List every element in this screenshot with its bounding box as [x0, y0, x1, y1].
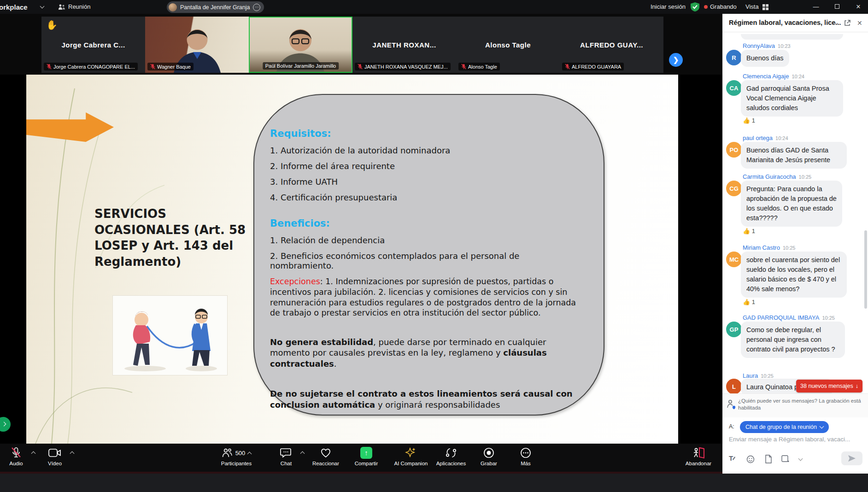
chat-message-input[interactable] [729, 436, 860, 443]
leave-button[interactable]: Abandonar [678, 446, 719, 471]
windows-taskbar: 2 24°C Nublado Búsqueda T W W W zm 10:53 [0, 474, 868, 492]
chat-button[interactable]: Chat [270, 446, 302, 471]
react-label: Reaccionar [305, 461, 346, 466]
shield-check-icon [691, 2, 699, 12]
participant-tile[interactable]: Alonso Tagle Alonso Tagle [456, 17, 560, 73]
message-bubble: Pregunta: Para cuando la aprobación de l… [741, 181, 842, 227]
new-messages-button[interactable]: 38 nuevos mensajes↓ [796, 380, 862, 392]
active-speaker-tile[interactable]: Paúl Bolívar Jaramillo Jaramillo [249, 17, 352, 73]
grid-view-icon[interactable] [762, 4, 768, 10]
video-button[interactable]: Vídeo [40, 446, 70, 471]
view-button[interactable]: Vista [745, 3, 759, 10]
more-label: Más [510, 461, 542, 466]
participant-tile[interactable]: JANETH ROXAN... JANETH ROXANA VASQUEZ ME… [352, 17, 456, 73]
chat-header: Régimen laboral, vacaciones, lice... ⋯ ✕ [722, 14, 868, 32]
message-bubble: Buenos días [741, 50, 789, 67]
chat-more-icon[interactable]: ⋯ [832, 19, 839, 27]
screen-share-pill[interactable]: Pantalla de Jennifer Granja ⋯ [167, 1, 264, 13]
bold-text: No genera estabilidad [270, 337, 373, 347]
message-bubble: sobre el cuarenta por siento del sueldo … [741, 252, 847, 298]
reaction-chip[interactable]: 👍 1 [743, 228, 755, 234]
pop-out-icon[interactable] [844, 20, 850, 26]
message-bubble: Buenos días GAD de Santa Marianita de Je… [741, 142, 847, 169]
minimize-button[interactable]: — [807, 0, 825, 14]
avatar: L [726, 379, 742, 394]
mic-off-icon [461, 64, 466, 70]
send-button[interactable] [841, 451, 862, 465]
tab-meeting[interactable]: Reunión [68, 3, 90, 10]
plain-text: . [334, 359, 337, 369]
avatar [169, 3, 177, 12]
record-button[interactable]: Grabar [473, 446, 505, 471]
leave-label: Abandonar [678, 461, 719, 466]
reaction-chip[interactable]: 👍 1 [743, 117, 755, 124]
audio-options-chevron[interactable] [31, 451, 36, 456]
thumbs-up-icon: 👍 [743, 228, 750, 234]
list-item: 1. Relación de dependencia [270, 235, 583, 245]
privacy-note: ¿Quién puede ver sus mensajes? La grabac… [722, 393, 868, 417]
ai-companion-button[interactable]: AI Companion [388, 446, 434, 471]
participant-name: ALFREDO GUAY... [560, 41, 663, 49]
more-button[interactable]: Más [510, 446, 542, 471]
message-bubble-partial [741, 34, 843, 40]
close-button[interactable]: ✕ [850, 0, 867, 14]
format-text-icon[interactable]: T [729, 454, 737, 463]
participant-label: Alonso Tagle [468, 64, 497, 70]
zoom-workplace-logo: orkplace [0, 3, 28, 11]
participants-label: Participantes [206, 461, 266, 466]
chat-close-icon[interactable]: ✕ [857, 19, 862, 27]
participants-count: 500 [235, 450, 246, 457]
more-input-options-chevron[interactable] [798, 457, 803, 461]
emoji-icon[interactable] [746, 455, 755, 463]
thumbs-up-icon: 👍 [743, 299, 750, 305]
participants-button[interactable]: 500 Participantes [206, 446, 266, 471]
participant-tile[interactable]: Wagner Baque [145, 17, 249, 73]
apps-button[interactable]: Aplicaciones [430, 446, 472, 471]
slide-illustration [113, 296, 227, 375]
participant-label: JANETH ROXANA VASQUEZ MEJ... [364, 64, 448, 70]
sign-in-button[interactable]: Iniciar sesión [651, 3, 686, 10]
chat-label: Chat [270, 461, 302, 466]
maximize-button[interactable] [828, 0, 846, 14]
privacy-icon [727, 399, 736, 410]
title-bar: orkplace Reunión Pantalla de Jennifer Gr… [0, 0, 868, 14]
message-author: Laura10:25 [743, 372, 774, 379]
participants-icon [222, 447, 233, 458]
participant-tile[interactable]: ALFREDO GUAY... ALFREDO GUAYARA [560, 17, 663, 73]
participant-label: ALFREDO GUAYARA [572, 64, 621, 70]
requisitos-heading: Requisitos: [270, 128, 583, 139]
participants-chevron[interactable] [247, 451, 252, 456]
chevron-down-icon[interactable] [40, 4, 45, 9]
mic-off-icon [150, 64, 155, 70]
recording-status: Grabando [710, 3, 737, 10]
audio-button[interactable]: Audio [1, 446, 31, 471]
file-icon[interactable] [765, 455, 772, 463]
excepciones-label: Excepciones [270, 277, 320, 286]
list-item: 3. Informe UATH [270, 177, 583, 187]
avatar: MC [726, 252, 742, 267]
apps-icon [446, 447, 457, 458]
more-options-icon[interactable]: ⋯ [253, 4, 260, 11]
list-item: 1. Autorización de la autoridad nominado… [270, 146, 583, 155]
participant-tile[interactable]: ✋ Jorge Cabrera C... Jorge Cabrera CONAG… [41, 17, 145, 73]
beneficios-heading: Beneficios: [270, 218, 583, 229]
chat-scrollbar[interactable] [864, 230, 867, 309]
message-author: Carmita Guiracocha10:25 [743, 173, 811, 180]
share-button[interactable]: ↑ Compartir [348, 446, 385, 471]
avatar: CG [726, 181, 742, 196]
thumbs-up-icon: 👍 [743, 117, 750, 124]
estabilidad-paragraph: No genera estabilidad, puede darse por t… [270, 337, 583, 369]
send-to-selector[interactable]: Chat de grupo de la reunión [740, 421, 829, 433]
screenshot-icon[interactable] [781, 455, 790, 463]
reaction-chip[interactable]: 👍 1 [743, 299, 755, 305]
next-page-button[interactable]: ❯ [669, 53, 683, 67]
arrow-down-icon: ↓ [856, 383, 858, 389]
participant-name: Alonso Tagle [456, 41, 560, 49]
side-panel-handle[interactable] [0, 417, 11, 432]
recording-dot-icon [704, 5, 708, 9]
slide-content-box: Requisitos: 1. Autorización de la autori… [253, 94, 604, 416]
more-icon [520, 447, 531, 458]
video-options-chevron[interactable] [70, 451, 75, 456]
avatar: PO [726, 142, 742, 158]
react-button[interactable]: Reaccionar [305, 446, 346, 471]
